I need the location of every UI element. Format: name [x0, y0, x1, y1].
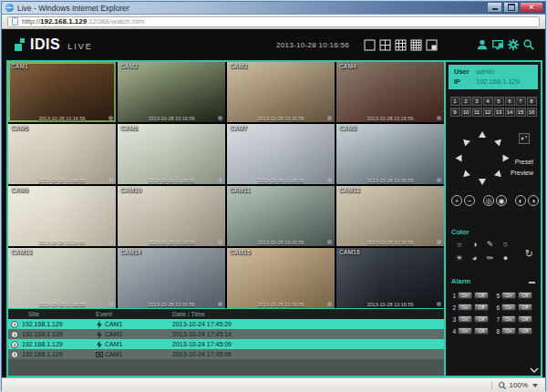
iris-open-button[interactable]: ◑ [528, 195, 539, 206]
alarm-1-on-button[interactable]: On [458, 292, 472, 299]
alarm-5-on-button[interactable]: On [501, 292, 516, 299]
camera-button-9[interactable]: 9 [450, 108, 460, 117]
camera-button-15[interactable]: 15 [516, 108, 526, 117]
camera-status-icon [437, 302, 441, 306]
camera-tile-cam16[interactable]: CAM162013-10-28 10:16:56 [336, 248, 444, 308]
event-row[interactable]: 192.168.1.129CAM12013-10-24 17:45:06 [8, 349, 444, 359]
hue-down-icon[interactable]: ● [498, 253, 513, 263]
camera-tile-cam15[interactable]: CAM152013-10-28 10:16:56 [227, 248, 335, 308]
preview-button[interactable]: Preview [511, 170, 533, 176]
alarm-collapse-icon[interactable] [529, 282, 535, 284]
control-sidebar: Useradmin IP192.168.1.129 12345678910111… [444, 62, 541, 376]
ptz-arrow-down-left[interactable] [460, 170, 470, 181]
alarm-channel-5: 5OnOff [495, 290, 535, 301]
camera-tile-cam11[interactable]: CAM112013-10-28 10:16:56 [227, 186, 335, 246]
alarm-6-off-button[interactable]: Off [518, 304, 532, 311]
focus-near-button[interactable]: ◎ [483, 195, 494, 206]
search-icon[interactable] [521, 37, 536, 53]
camera-tile-cam14[interactable]: CAM142013-10-28 10:16:56 [118, 248, 225, 308]
camera-button-16[interactable]: 16 [527, 108, 537, 117]
event-camera: CAM1 [105, 341, 122, 347]
url-suffix: :12088/watch.htm [87, 17, 144, 26]
camera-button-12[interactable]: 12 [483, 108, 493, 117]
ptz-point-icon[interactable] [519, 133, 530, 144]
brightness-down-icon[interactable]: ☀ [451, 253, 467, 263]
ptz-arrow-up-left[interactable] [460, 137, 470, 147]
layout-4x4-button[interactable] [408, 37, 424, 53]
browser-zoom-control[interactable]: 100% [498, 381, 538, 390]
scroll-down-icon[interactable] [530, 367, 539, 374]
user-icon[interactable] [474, 37, 490, 53]
ptz-arrow-down-right[interactable] [494, 170, 504, 181]
layout-pip-button[interactable] [424, 37, 439, 53]
camera-tile-cam3[interactable]: CAM32013-10-28 10:16:56 [227, 62, 335, 122]
alarm-7-off-button[interactable]: Off [518, 315, 532, 323]
iris-close-button[interactable]: ◐ [515, 195, 526, 206]
layout-3x3-button[interactable] [393, 37, 408, 53]
camera-tile-cam6[interactable]: CAM62013-10-28 10:16:56 [118, 124, 225, 184]
settings-gear-icon[interactable] [505, 37, 521, 53]
alarm-4-on-button[interactable]: On [458, 327, 472, 335]
preset-button[interactable]: Preset [515, 159, 533, 165]
minimize-button[interactable] [487, 3, 502, 13]
alarm-2-off-button[interactable]: Off [474, 304, 489, 311]
contrast-up-icon[interactable]: ◑ [467, 239, 482, 250]
camera-button-5[interactable]: 5 [494, 97, 504, 106]
alarm-8-on-button[interactable]: On [501, 327, 516, 335]
camera-button-3[interactable]: 3 [472, 97, 482, 106]
camera-button-1[interactable]: 1 [450, 97, 460, 106]
camera-button-10[interactable]: 10 [461, 108, 471, 117]
event-row[interactable]: 192.168.1.129CAM12013-10-24 17:45:09 [8, 339, 444, 349]
contrast-down-icon[interactable]: ◕ [467, 253, 482, 263]
event-row[interactable]: 192.168.1.129CAM12013-10-24 17:45:14 [8, 329, 444, 339]
saturation-down-icon[interactable]: ✏ [482, 253, 498, 263]
brightness-up-icon[interactable]: ☼ [451, 239, 467, 250]
alarm-5-off-button[interactable]: Off [518, 292, 532, 299]
alarm-7-on-button[interactable]: On [501, 315, 516, 323]
camera-tile-cam2[interactable]: CAM22013-10-28 10:16:56 [118, 62, 225, 122]
export-icon[interactable] [490, 37, 505, 53]
ptz-arrow-up[interactable] [479, 131, 486, 138]
focus-far-button[interactable]: ◉ [496, 195, 507, 206]
zoom-in-button[interactable]: + [451, 195, 462, 206]
camera-tile-cam7[interactable]: CAM72013-10-28 10:16:56 [227, 124, 335, 184]
camera-tile-cam10[interactable]: CAM102013-10-28 10:16:56 [118, 186, 225, 246]
camera-button-14[interactable]: 14 [505, 108, 515, 117]
layout-1x1-button[interactable] [362, 37, 377, 53]
alarm-3-on-button[interactable]: On [458, 315, 472, 323]
close-button[interactable] [520, 3, 543, 13]
zoom-out-button[interactable]: − [464, 195, 475, 206]
camera-tile-cam13[interactable]: CAM132013-10-28 10:16:56 [8, 248, 116, 308]
camera-tile-cam4[interactable]: CAM42013-10-28 10:16:56 [336, 62, 444, 122]
camera-button-11[interactable]: 11 [472, 108, 482, 117]
saturation-up-icon[interactable]: ✎ [482, 239, 498, 250]
camera-button-7[interactable]: 7 [516, 97, 526, 106]
url-field[interactable]: http://192.168.1.129:12088/watch.htm [7, 16, 540, 27]
camera-tile-cam1[interactable]: CAM12013-10-28 10:16:56 [8, 62, 116, 122]
ptz-arrow-left[interactable] [456, 155, 462, 162]
layout-2x2-button[interactable] [377, 37, 393, 53]
ptz-arrow-up-right[interactable] [494, 137, 504, 147]
camera-tile-cam8[interactable]: CAM82013-10-28 10:16:56 [336, 124, 444, 184]
camera-button-13[interactable]: 13 [494, 108, 504, 117]
alarm-8-off-button[interactable]: Off [518, 327, 532, 335]
camera-tile-cam5[interactable]: CAM52013-10-28 10:16:56 [8, 124, 116, 184]
alarm-6-on-button[interactable]: On [501, 304, 516, 311]
ptz-arrow-right[interactable] [503, 155, 510, 162]
alarm-4-off-button[interactable]: Off [474, 327, 489, 335]
camera-button-6[interactable]: 6 [505, 97, 515, 106]
alarm-1-off-button[interactable]: Off [474, 292, 489, 299]
alarm-3-off-button[interactable]: Off [474, 315, 489, 323]
camera-tile-cam9[interactable]: CAM92013-10-28 10:16:56 [8, 186, 116, 246]
alarm-2-on-button[interactable]: On [458, 304, 472, 311]
color-reset-icon[interactable]: ↻ [525, 248, 533, 260]
ptz-arrow-down[interactable] [479, 179, 486, 185]
hue-up-icon[interactable]: ○ [498, 239, 513, 250]
camera-button-8[interactable]: 8 [527, 97, 537, 106]
camera-button-4[interactable]: 4 [483, 97, 493, 106]
camera-tile-cam12[interactable]: CAM122013-10-28 10:16:56 [336, 186, 444, 246]
maximize-button[interactable] [503, 3, 519, 13]
event-row[interactable]: 192.168.1.129CAM12013-10-24 17:45:29 [8, 319, 444, 329]
zoom-caret-icon[interactable] [532, 384, 538, 387]
camera-button-2[interactable]: 2 [461, 97, 471, 106]
